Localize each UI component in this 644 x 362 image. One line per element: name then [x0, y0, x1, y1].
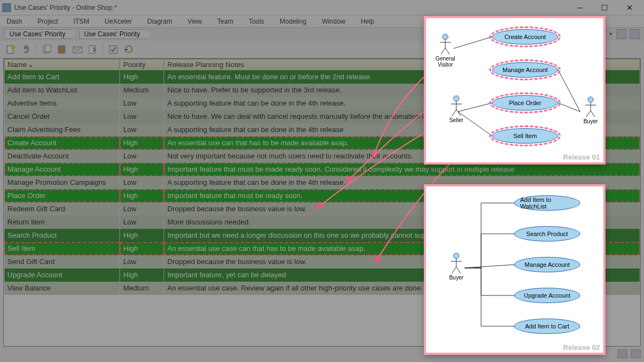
svg-line-12 — [558, 103, 580, 112]
svg-point-18 — [454, 96, 459, 101]
cell-priority: High — [120, 229, 164, 242]
menu-dash[interactable]: Dash — [4, 17, 24, 26]
toolbar-copy-icon[interactable] — [40, 43, 53, 56]
actor-buyer[interactable]: Buyer — [444, 253, 469, 281]
menu-help[interactable]: Help — [358, 17, 376, 26]
cell-name: View Balance — [4, 282, 120, 295]
toolbar-mail-icon[interactable] — [71, 43, 84, 56]
toolbar-hand-icon[interactable] — [20, 43, 33, 56]
usecase-search-product[interactable]: Search Product — [514, 226, 580, 242]
cell-name: Return Item — [4, 216, 120, 229]
menu-itsm[interactable]: ITSM — [71, 17, 91, 26]
cell-name: Add Item to Cart — [4, 70, 120, 84]
svg-rect-3 — [45, 45, 51, 52]
cell-priority: Medium — [120, 282, 164, 295]
switch-view-icon[interactable] — [616, 29, 626, 39]
breadcrumb-item-1[interactable]: Use Cases' Priority — [4, 29, 73, 39]
app-icon — [2, 3, 11, 12]
menu-tools[interactable]: Tools — [247, 17, 266, 26]
cell-priority: Low — [120, 202, 164, 216]
toolbar-export-icon[interactable] — [86, 43, 100, 56]
svg-rect-4 — [58, 46, 65, 53]
cell-name: Create Account — [4, 136, 120, 150]
cell-priority: Medium — [120, 84, 164, 97]
cell-notes: Important feature that must be made read… — [164, 163, 640, 176]
panel-icon[interactable] — [630, 29, 640, 39]
toolbar-refresh-icon[interactable] — [122, 43, 135, 56]
cell-priority: High — [120, 189, 164, 202]
usecase-create-account[interactable]: Create Account — [492, 29, 558, 45]
cell-name: Place Order — [4, 189, 120, 202]
svg-line-32 — [456, 267, 461, 273]
usecase-add-item-to-watchlist[interactable]: Add Item to WatchList — [514, 195, 580, 211]
cell-priority: Low — [120, 176, 164, 189]
svg-line-31 — [452, 267, 456, 273]
maximize-button[interactable]: ☐ — [592, 2, 617, 14]
release-01-panel: General VisitorSellerBuyer Create Accoun… — [424, 16, 605, 164]
toolbar-new-icon[interactable] — [4, 43, 18, 56]
menu-window[interactable]: Window — [320, 17, 348, 26]
cell-priority: Low — [120, 255, 164, 268]
svg-point-1 — [11, 45, 15, 50]
menu-team[interactable]: Team — [215, 17, 236, 26]
svg-point-28 — [454, 253, 459, 259]
cell-priority: High — [120, 136, 164, 150]
minimize-button[interactable]: ─ — [567, 2, 592, 14]
cell-name: Send Gift Card — [4, 255, 120, 268]
svg-line-17 — [445, 48, 450, 54]
usecase-place-order[interactable]: Place Order — [492, 95, 558, 111]
menu-uexceler[interactable]: UeXceler — [102, 17, 134, 26]
svg-line-22 — [456, 109, 461, 116]
cell-name: Claim Advertising Fees — [4, 123, 120, 136]
status-icon-1[interactable] — [618, 349, 627, 358]
cell-priority: High — [120, 70, 164, 84]
table-row[interactable]: Manage AccountHighImportant feature that… — [4, 163, 640, 176]
cell-name: Search Product — [4, 229, 120, 242]
cell-priority: Low — [120, 110, 164, 123]
release-02-panel: Buyer Add Item to WatchListSearch Produc… — [424, 184, 605, 355]
usecase-sell-item[interactable]: Sell Item — [492, 128, 558, 144]
cell-priority: Low — [120, 150, 164, 163]
usecase-manage-account[interactable]: Manage Account — [514, 257, 580, 272]
menu-view[interactable]: View — [185, 17, 204, 26]
cell-priority: Low — [120, 216, 164, 229]
breadcrumb-item-2[interactable]: Use Cases' Priority — [79, 29, 148, 39]
cell-name: Sell Item — [4, 242, 120, 255]
actor-buyer[interactable]: Buyer — [578, 96, 603, 124]
menu-modeling[interactable]: Modeling — [277, 17, 309, 26]
cell-priority: High — [120, 242, 164, 255]
cell-priority: High — [120, 268, 164, 282]
col-name[interactable]: Name — [4, 59, 120, 70]
svg-point-13 — [443, 34, 448, 40]
usecase-add-item-to-cart[interactable]: Add Item to Cart — [514, 319, 580, 334]
svg-line-11 — [558, 70, 580, 112]
col-priority[interactable]: Priority — [120, 59, 164, 70]
window-title: Use Cases' Priority - Online Shop * — [14, 4, 567, 12]
release-02-label: Release 02 — [563, 343, 600, 352]
title-bar: Use Cases' Priority - Online Shop * ─ ☐ … — [0, 0, 644, 15]
release-01-label: Release 01 — [563, 153, 600, 161]
status-icon-2[interactable] — [631, 349, 641, 358]
svg-line-8 — [454, 37, 492, 48]
cell-priority: Low — [120, 97, 164, 110]
close-button[interactable]: ✕ — [617, 2, 642, 14]
cell-name: Redeem Gift Card — [4, 202, 120, 216]
toolbar-paste-icon[interactable] — [56, 43, 69, 56]
cell-name: Cancel Order — [4, 110, 120, 123]
cell-priority: Low — [120, 123, 164, 136]
svg-line-21 — [452, 109, 456, 116]
cell-name: Upgrade Account — [4, 268, 120, 282]
toolbar-validate-icon[interactable] — [107, 43, 120, 56]
usecase-manage-account[interactable]: Manage Account — [492, 62, 558, 78]
svg-line-16 — [441, 48, 445, 54]
actor-seller[interactable]: Seller — [444, 95, 469, 123]
cell-name: Manage Account — [4, 163, 120, 176]
svg-rect-6 — [89, 46, 95, 53]
actor-general-visitor[interactable]: General Visitor — [433, 34, 458, 68]
menu-diagram[interactable]: Diagram — [145, 17, 174, 26]
usecase-upgrade-account[interactable]: Upgrade Account — [514, 288, 580, 303]
svg-line-26 — [586, 111, 591, 117]
search-dropdown-icon[interactable]: ▼ — [608, 31, 613, 37]
svg-line-27 — [591, 111, 595, 117]
menu-project[interactable]: Project — [35, 17, 60, 26]
